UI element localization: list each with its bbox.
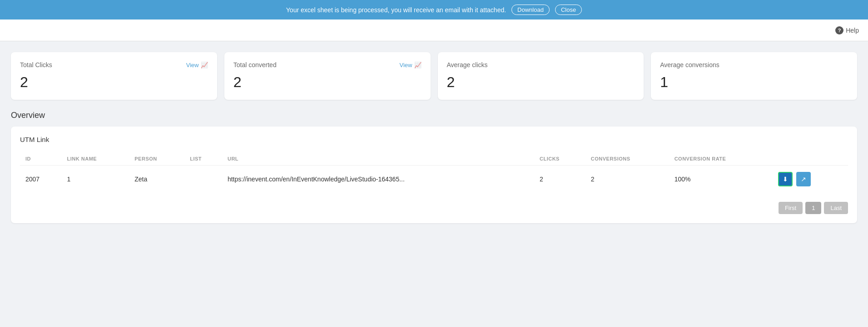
stats-row: Total Clicks View 📈 2 Total converted Vi… — [11, 52, 857, 100]
pagination: First 1 Last — [20, 202, 848, 214]
stat-label-total-converted: Total converted — [233, 61, 277, 68]
stat-card-header-4: Average conversions — [660, 61, 848, 68]
help-icon: ? — [835, 26, 843, 34]
col-header-actions — [773, 152, 848, 166]
table-card-title: UTM Link — [20, 136, 848, 143]
cell-conversion-rate: 100% — [669, 166, 773, 193]
col-header-url: URL — [222, 152, 534, 166]
stat-value-avg-conversions: 1 — [660, 74, 848, 91]
page-1-button[interactable]: 1 — [805, 202, 821, 214]
stat-card-header-3: Average clicks — [447, 61, 635, 68]
table-header-row: ID LINK NAME PERSON LIST URL CLICKS CONV… — [20, 152, 848, 166]
table-body: 2007 1 Zeta https://inevent.com/en/InEve… — [20, 166, 848, 193]
stat-value-total-clicks: 2 — [20, 74, 208, 91]
cell-clicks: 2 — [534, 166, 585, 193]
help-button[interactable]: ? Help — [835, 26, 859, 34]
stat-view-label-1: View — [186, 62, 199, 68]
table-header: ID LINK NAME PERSON LIST URL CLICKS CONV… — [20, 152, 848, 166]
cell-actions: ⬇ ↗ — [773, 166, 848, 193]
stat-card-total-converted: Total converted View 📈 2 — [224, 52, 431, 100]
col-header-conversion-rate: CONVERSION RATE — [669, 152, 773, 166]
stat-view-label-2: View — [400, 62, 412, 68]
cell-link-name: 1 — [62, 166, 129, 193]
utm-table-card: UTM Link ID LINK NAME PERSON LIST URL CL… — [11, 127, 857, 223]
stat-card-header-2: Total converted View 📈 — [233, 61, 422, 68]
header-bar: ? Help — [0, 20, 868, 41]
download-banner-button[interactable]: Download — [511, 5, 550, 15]
cell-conversions: 2 — [585, 166, 669, 193]
col-header-conversions: CONVERSIONS — [585, 152, 669, 166]
trend-icon-2: 📈 — [414, 62, 422, 68]
cell-person: Zeta — [129, 166, 184, 193]
overview-title: Overview — [11, 111, 857, 120]
cell-id: 2007 — [20, 166, 62, 193]
col-header-id: ID — [20, 152, 62, 166]
close-banner-button[interactable]: Close — [555, 5, 582, 15]
utm-table: ID LINK NAME PERSON LIST URL CLICKS CONV… — [20, 152, 848, 193]
col-header-list: LIST — [184, 152, 222, 166]
main-content: Total Clicks View 📈 2 Total converted Vi… — [0, 41, 868, 223]
cell-list — [184, 166, 222, 193]
stat-view-link-2[interactable]: View 📈 — [400, 62, 422, 68]
stat-value-avg-clicks: 2 — [447, 74, 635, 91]
last-page-button[interactable]: Last — [824, 202, 848, 214]
external-link-button[interactable]: ↗ — [796, 172, 811, 186]
stat-label-avg-conversions: Average conversions — [660, 61, 719, 68]
help-label: Help — [846, 27, 859, 34]
stat-card-header-1: Total Clicks View 📈 — [20, 61, 208, 68]
stat-card-total-clicks: Total Clicks View 📈 2 — [11, 52, 217, 100]
stat-label-total-clicks: Total Clicks — [20, 61, 52, 68]
stat-view-link-1[interactable]: View 📈 — [186, 62, 208, 68]
col-header-person: PERSON — [129, 152, 184, 166]
col-header-clicks: CLICKS — [534, 152, 585, 166]
download-row-button[interactable]: ⬇ — [778, 172, 793, 186]
stat-value-total-converted: 2 — [233, 74, 422, 91]
first-page-button[interactable]: First — [779, 202, 803, 214]
stat-label-avg-clicks: Average clicks — [447, 61, 488, 68]
table-row: 2007 1 Zeta https://inevent.com/en/InEve… — [20, 166, 848, 193]
notification-banner: Your excel sheet is being processed, you… — [0, 0, 868, 20]
col-header-link-name: LINK NAME — [62, 152, 129, 166]
cell-url: https://inevent.com/en/InEventKnowledge/… — [222, 166, 534, 193]
stat-card-avg-clicks: Average clicks 2 — [438, 52, 644, 100]
trend-icon-1: 📈 — [201, 62, 208, 68]
banner-message: Your excel sheet is being processed, you… — [286, 6, 506, 14]
stat-card-avg-conversions: Average conversions 1 — [651, 52, 857, 100]
